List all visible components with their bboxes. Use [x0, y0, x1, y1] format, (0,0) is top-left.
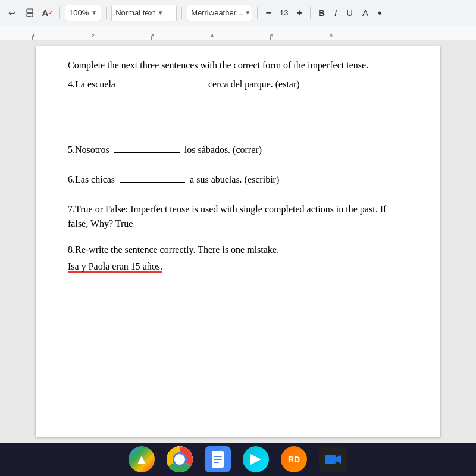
sentence-5-suffix: los sábados. (correr) — [184, 143, 262, 157]
svg-rect-10 — [214, 462, 219, 463]
space-2 — [68, 161, 408, 173]
zoom-label: 100% — [69, 8, 89, 17]
separator3 — [181, 7, 182, 19]
ruler-line-2 — [92, 36, 92, 40]
separator4 — [257, 7, 258, 19]
style-label: Normal text — [115, 8, 155, 17]
ruler-line-3 — [151, 36, 152, 40]
ruler-line-4 — [211, 36, 211, 40]
font-size-control: − 13 + — [262, 7, 305, 19]
space-1 — [68, 95, 408, 143]
font-dropdown[interactable]: Merriweather... ▼ — [187, 5, 252, 21]
svg-rect-3 — [28, 16, 30, 17]
svg-rect-0 — [27, 9, 33, 13]
ruler-line-1 — [32, 36, 33, 40]
separator2 — [106, 7, 107, 19]
separator5 — [310, 7, 311, 19]
font-color-button[interactable]: A — [359, 7, 371, 19]
sentence-8-body-text: Isa y Paola eran 15 años. — [68, 261, 162, 273]
separator — [60, 7, 60, 19]
sentence-6: 6.Las chicas a sus abuelas. (escribir) — [68, 173, 408, 187]
sentence-8-prefix: 8.Re-write the sentence correctly. There… — [68, 243, 408, 257]
style-dropdown[interactable]: Normal text ▼ — [111, 5, 177, 21]
svg-rect-8 — [214, 456, 222, 457]
sentence-4-prefix: 4.La escuela — [68, 77, 115, 92]
underline-button[interactable]: U — [343, 7, 356, 19]
paint-format-button[interactable]: ♦ — [375, 7, 385, 18]
document-page: Complete the next three sentences with t… — [36, 46, 440, 437]
svg-point-6 — [174, 454, 185, 465]
sentence-4-blank[interactable] — [120, 87, 203, 87]
print-icon[interactable] — [23, 6, 37, 20]
ruler-line-5 — [270, 36, 271, 40]
svg-rect-9 — [214, 459, 222, 460]
sentence-6-prefix: 6.Las chicas — [68, 173, 115, 187]
svg-rect-2 — [28, 15, 32, 15]
sentence-5-prefix: 5.Nosotros — [68, 143, 109, 157]
ruler-line-6 — [330, 36, 330, 40]
ruler-marks: 1 2 3 4 5 6 — [32, 28, 444, 40]
zoom-arrow-icon: ▼ — [91, 10, 97, 16]
ruler: 1 2 3 4 5 6 — [0, 26, 476, 40]
sentence-4-suffix: cerca del parque. (estar) — [208, 77, 300, 92]
sentence-6-suffix: a sus abuelas. (escribir) — [190, 173, 279, 187]
italic-button[interactable]: I — [331, 7, 340, 19]
toolbar: ↩ A✓ 100% ▼ Normal text ▼ Merriweather..… — [0, 0, 476, 26]
style-arrow-icon: ▼ — [158, 10, 164, 16]
font-size-decrease-button[interactable]: − — [262, 7, 274, 19]
docs-icon[interactable] — [205, 446, 231, 472]
taskbar: ▲ RD — [0, 443, 476, 476]
google-a-icon[interactable]: ▲ — [129, 446, 155, 472]
instruction-text: Complete the next three sentences with t… — [68, 58, 408, 73]
font-label: Merriweather... — [191, 8, 242, 17]
chrome-icon[interactable] — [167, 446, 193, 472]
bold-button[interactable]: B — [315, 7, 328, 19]
sentence-7-text: 7.True or False: Imperfect tense is used… — [68, 202, 408, 231]
play-store-icon[interactable] — [243, 446, 269, 472]
document-area: Complete the next three sentences with t… — [0, 40, 476, 443]
spellcheck-icon[interactable]: A✓ — [40, 6, 55, 20]
font-arrow-icon: ▼ — [245, 10, 250, 16]
video-camera-icon[interactable] — [319, 446, 347, 472]
rd-icon[interactable]: RD — [281, 446, 307, 472]
sentence-5: 5.Nosotros los sábados. (correr) — [68, 143, 408, 157]
font-size-increase-button[interactable]: + — [293, 7, 305, 19]
space-3 — [68, 190, 408, 202]
undo-icon[interactable]: ↩ — [5, 6, 19, 20]
svg-rect-11 — [325, 455, 336, 464]
sentence-5-blank[interactable] — [114, 152, 180, 153]
sentence-6-blank[interactable] — [120, 182, 185, 183]
zoom-dropdown[interactable]: 100% ▼ — [65, 5, 101, 21]
font-size-value[interactable]: 13 — [275, 8, 292, 17]
sentence-4: 4.La escuela cerca del parque. (estar) — [68, 77, 408, 92]
sentence-8-body: Isa y Paola eran 15 años. — [68, 259, 408, 274]
